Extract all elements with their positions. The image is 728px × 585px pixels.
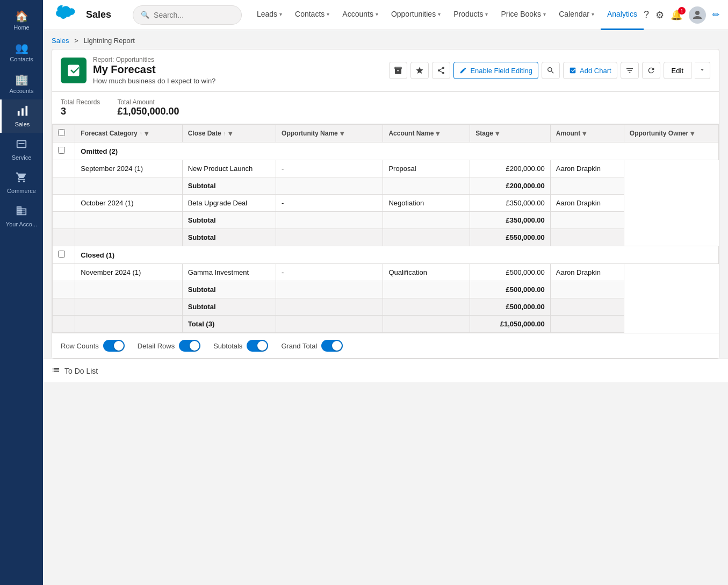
- sidebar-item-accounts[interactable]: 🏢 Accounts: [0, 68, 43, 99]
- report-card: Report: Opportunities My Forecast How mu…: [52, 49, 719, 359]
- sort-asc-icon[interactable]: ↑: [140, 131, 142, 137]
- nav-products[interactable]: Products ▾: [447, 0, 494, 30]
- sidebar-item-home[interactable]: 🏠 Home: [0, 4, 43, 36]
- add-chart-button[interactable]: Add Chart: [563, 62, 617, 79]
- sidebar-item-accounts-label: Accounts: [9, 88, 33, 94]
- app-title: Sales: [86, 9, 111, 20]
- toggle-detail-rows-label: Detail Rows: [138, 342, 175, 350]
- close-date-cell: October 2024 (1): [75, 195, 182, 212]
- section-subtotal-amount: £500,000.00: [470, 298, 550, 316]
- stage-cell: Negotiation: [383, 195, 470, 212]
- amount-cell: £500,000.00: [470, 264, 550, 281]
- filter-amount-icon[interactable]: ▾: [582, 129, 586, 138]
- search-input[interactable]: [154, 11, 234, 19]
- notifications-icon[interactable]: 🔔 1: [671, 9, 682, 21]
- nav-calendar[interactable]: Calendar ▾: [552, 0, 601, 30]
- owner-cell[interactable]: Aaron Drapkin: [550, 160, 624, 177]
- subtotal-label: Subtotal: [182, 281, 276, 298]
- th-forecast-category: Forecast Category ↑ ▾: [75, 125, 182, 142]
- filter-account-icon[interactable]: ▾: [436, 129, 439, 138]
- opportunity-name-cell[interactable]: Gamma Investment: [182, 264, 276, 281]
- nav-analytics[interactable]: Analytics: [601, 0, 644, 30]
- report-icon: [61, 58, 87, 83]
- top-nav: Sales 🔍 Leads ▾ Contacts ▾ Accounts ▾ Op…: [43, 0, 728, 30]
- group-checkbox-omitted[interactable]: [58, 147, 65, 154]
- total-records-item: Total Records 3: [61, 98, 100, 117]
- nav-accounts[interactable]: Accounts ▾: [336, 0, 385, 30]
- total-row: Total (3) £1,050,000.00: [53, 316, 719, 333]
- share-button[interactable]: [432, 62, 450, 79]
- settings-icon[interactable]: ⚙: [655, 9, 664, 21]
- nav-contacts[interactable]: Contacts ▾: [289, 0, 336, 30]
- sidebar-item-service[interactable]: Service: [0, 133, 43, 166]
- help-icon[interactable]: ?: [644, 9, 649, 20]
- service-icon: [16, 138, 27, 153]
- edit-button[interactable]: Edit: [664, 62, 691, 79]
- sidebar-item-commerce[interactable]: Commerce: [0, 166, 43, 199]
- th-opportunity-owner: Opportunity Owner ▾: [624, 125, 718, 142]
- total-amount-item: Total Amount £1,050,000.00: [117, 98, 179, 117]
- salesforce-logo: [52, 5, 77, 25]
- archive-button[interactable]: [389, 62, 407, 79]
- nav-opportunities[interactable]: Opportunities ▾: [385, 0, 447, 30]
- th-account-name: Account Name ▾: [383, 125, 470, 142]
- edit-nav-icon[interactable]: ✏: [712, 10, 719, 20]
- commerce-icon: [16, 172, 27, 186]
- owner-cell[interactable]: Aaron Drapkin: [550, 264, 624, 281]
- avatar[interactable]: [689, 6, 706, 24]
- search-bar[interactable]: 🔍: [133, 5, 242, 25]
- close-date-cell: November 2024 (1): [75, 264, 182, 281]
- subtotal-label: Subtotal: [182, 212, 276, 229]
- sidebar-item-sales[interactable]: Sales: [0, 99, 43, 133]
- enable-field-editing-button[interactable]: Enable Field Editing: [453, 62, 538, 79]
- subtotal-amount: £500,000.00: [470, 281, 550, 298]
- filter-stage-icon[interactable]: ▾: [495, 129, 499, 138]
- sidebar-item-home-label: Home: [13, 24, 29, 31]
- top-right-icons: ? ⚙ 🔔 1 ✏: [644, 6, 719, 24]
- sidebar-item-your-account[interactable]: Your Acco...: [0, 199, 43, 233]
- sort-close-icon[interactable]: ↑: [224, 131, 226, 137]
- chevron-down-icon: ▾: [279, 11, 282, 17]
- group-label-closed: Closed (1): [75, 246, 719, 264]
- page-content: Sales > Lightning Report Report: Opportu…: [43, 30, 728, 585]
- your-account-icon: [16, 205, 27, 219]
- report-summary: Total Records 3 Total Amount £1,050,000.…: [52, 92, 719, 124]
- filter-owner-icon[interactable]: ▾: [690, 129, 694, 138]
- sidebar-item-contacts[interactable]: 👥 Contacts: [0, 36, 43, 68]
- search-report-button[interactable]: [542, 62, 560, 79]
- toggle-row-counts-switch[interactable]: [103, 340, 125, 352]
- nav-price-books[interactable]: Price Books ▾: [494, 0, 552, 30]
- toggle-grand-total-switch[interactable]: [321, 340, 343, 352]
- toggle-detail-rows-switch[interactable]: [179, 340, 200, 352]
- star-button[interactable]: [410, 62, 429, 79]
- report-footer: Row Counts Detail Rows Subtotals: [52, 333, 719, 358]
- filter-button[interactable]: [621, 62, 639, 79]
- th-checkbox: [53, 125, 75, 142]
- toggle-knob: [114, 341, 124, 351]
- select-all-checkbox[interactable]: [58, 129, 65, 136]
- toggle-subtotals-switch[interactable]: [247, 340, 268, 352]
- total-records-value: 3: [61, 106, 100, 117]
- account-name-cell: -: [276, 195, 383, 212]
- breadcrumb-current: Lightning Report: [83, 37, 134, 45]
- breadcrumb-parent[interactable]: Sales: [52, 37, 69, 45]
- group-checkbox-closed[interactable]: [58, 251, 65, 258]
- opportunity-name-cell[interactable]: New Product Launch: [182, 160, 276, 177]
- filter-oppty-icon[interactable]: ▾: [340, 129, 344, 138]
- stage-cell: Proposal: [383, 160, 470, 177]
- opportunity-name-cell[interactable]: Beta Upgrade Deal: [182, 195, 276, 212]
- edit-dropdown-button[interactable]: [695, 62, 710, 79]
- owner-cell[interactable]: Aaron Drapkin: [550, 195, 624, 212]
- chevron-down-icon: ▾: [376, 11, 378, 17]
- sidebar-item-commerce-label: Commerce: [7, 188, 36, 194]
- todo-bar[interactable]: To Do List: [43, 359, 728, 382]
- amount-cell: £200,000.00: [470, 160, 550, 177]
- toggle-grand-total-label: Grand Total: [281, 342, 317, 350]
- sales-icon: [17, 105, 28, 119]
- total-records-label: Total Records: [61, 98, 100, 106]
- chevron-down-icon: ▾: [327, 11, 329, 17]
- nav-leads[interactable]: Leads ▾: [250, 0, 289, 30]
- refresh-button[interactable]: [642, 62, 660, 79]
- filter-forecast-icon[interactable]: ▾: [145, 129, 148, 138]
- filter-close-icon[interactable]: ▾: [228, 129, 232, 138]
